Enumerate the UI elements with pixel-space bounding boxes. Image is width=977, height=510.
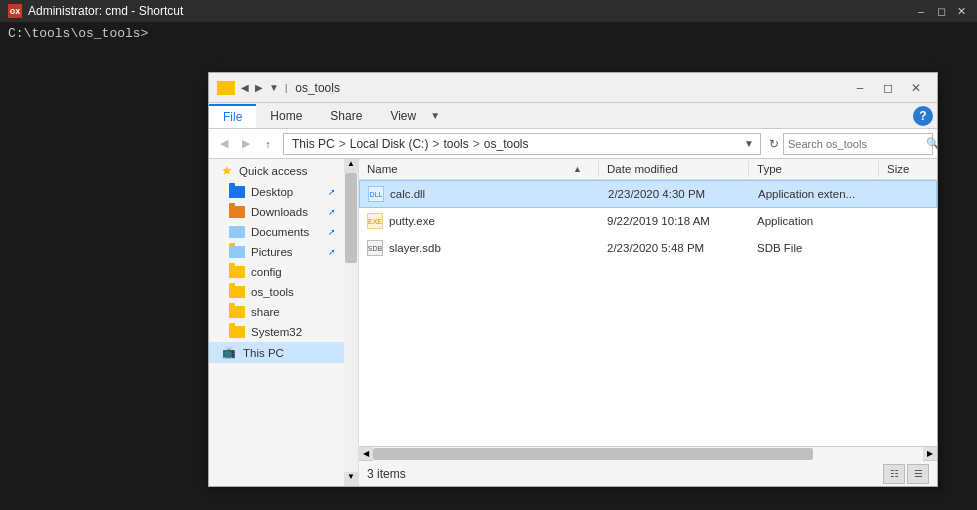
pictures-folder-icon [229, 246, 245, 258]
file-date-slayersdb: 2/23/2020 5:48 PM [599, 240, 749, 256]
sidebar-item-label: share [251, 306, 280, 318]
sidebar-item-pictures[interactable]: Pictures ➚ [209, 242, 344, 262]
nav-up-button[interactable]: ↑ [257, 133, 279, 155]
col-header-type[interactable]: Type [749, 161, 879, 177]
hscroll-right-button[interactable]: ▶ [923, 447, 937, 461]
exe-file-icon: EXE [367, 213, 383, 229]
col-header-name[interactable]: Name ▲ [359, 161, 599, 177]
col-header-date[interactable]: Date modified [599, 161, 749, 177]
cmd-title: Administrator: cmd - Shortcut [28, 4, 913, 18]
ribbon-help-button[interactable]: ? [913, 106, 933, 126]
file-name-puttyexe: putty.exe [389, 215, 435, 227]
title-forward-icon: ▶ [255, 81, 263, 95]
sidebar: ★ Quick access Desktop ➚ Downloads ➚ Doc… [209, 159, 359, 486]
sidebar-item-ostools[interactable]: os_tools [209, 282, 344, 302]
view-list-button[interactable]: ☰ [907, 464, 929, 484]
explorer-minimize-button[interactable]: – [847, 77, 873, 99]
sidebar-item-label: Quick access [239, 165, 307, 177]
cmd-prompt: C:\tools\os_tools> [8, 26, 148, 41]
sidebar-item-config[interactable]: config [209, 262, 344, 282]
breadcrumb-sep2: > [432, 137, 439, 151]
tab-view[interactable]: View [376, 105, 430, 127]
dll-icon-label: DLL [370, 191, 383, 198]
address-refresh-icon[interactable]: ↻ [769, 137, 779, 151]
sidebar-item-label: os_tools [251, 286, 294, 298]
sidebar-item-label: Downloads [251, 206, 308, 218]
nav-back-button[interactable]: ◀ [213, 133, 235, 155]
file-row-puttyexe[interactable]: EXE putty.exe 9/22/2019 10:18 AM Applica… [359, 208, 937, 235]
sidebar-scroll-up[interactable]: ▲ [344, 159, 358, 173]
sidebar-scroll-down[interactable]: ▼ [344, 472, 358, 486]
cmd-restore-button[interactable]: ◻ [933, 3, 949, 19]
sidebar-item-desktop[interactable]: Desktop ➚ [209, 182, 344, 202]
sidebar-item-documents[interactable]: Documents ➚ [209, 222, 344, 242]
file-header: Name ▲ Date modified Type Size [359, 159, 937, 180]
sidebar-scrollbar[interactable] [344, 173, 358, 472]
file-size-puttyexe [879, 219, 937, 223]
sidebar-item-label: System32 [251, 326, 302, 338]
system32-folder-icon [229, 326, 245, 338]
file-type-puttyexe: Application [749, 213, 879, 229]
statusbar: 3 items ☷ ☰ [359, 460, 937, 486]
address-box[interactable]: This PC > Local Disk (C:) > tools > os_t… [283, 133, 761, 155]
search-icon: 🔍 [926, 137, 940, 150]
breadcrumb-sep3: > [473, 137, 480, 151]
search-box[interactable]: 🔍 [783, 133, 933, 155]
cmd-minimize-button[interactable]: – [913, 3, 929, 19]
desktop-folder-icon [229, 186, 245, 198]
cmd-close-button[interactable]: ✕ [953, 3, 969, 19]
sidebar-item-system32[interactable]: System32 [209, 322, 344, 342]
downloads-folder-icon [229, 206, 245, 218]
hscroll-thumb [373, 448, 813, 460]
view-details-button[interactable]: ☷ [883, 464, 905, 484]
explorer-controls: – ◻ ✕ [847, 77, 929, 99]
file-date-calcdll: 2/23/2020 4:30 PM [600, 186, 750, 202]
explorer-close-button[interactable]: ✕ [903, 77, 929, 99]
file-name-cell-slayersdb: SDB slayer.sdb [359, 238, 599, 258]
file-name-calcdll: calc.dll [390, 188, 425, 200]
file-name-slayersdb: slayer.sdb [389, 242, 441, 254]
breadcrumb-tools[interactable]: tools [441, 137, 470, 151]
sidebar-item-share[interactable]: share [209, 302, 344, 322]
file-date-puttyexe: 9/22/2019 10:18 AM [599, 213, 749, 229]
main-area: ★ Quick access Desktop ➚ Downloads ➚ Doc… [209, 159, 937, 486]
ostools-folder-icon [229, 286, 245, 298]
tab-home[interactable]: Home [256, 105, 316, 127]
title-separator: | [285, 81, 287, 95]
horizontal-scrollbar[interactable]: ◀ ▶ [359, 446, 937, 460]
ribbon-expand-icon[interactable]: ▼ [430, 110, 440, 121]
dll-file-icon: DLL [368, 186, 384, 202]
star-icon: ★ [221, 163, 233, 178]
sidebar-item-quickaccess[interactable]: ★ Quick access [209, 159, 344, 182]
breadcrumb-sep1: > [339, 137, 346, 151]
sidebar-item-thispc[interactable]: 📺 This PC [209, 342, 344, 363]
sdb-icon-label: SDB [368, 245, 382, 252]
file-type-slayersdb: SDB File [749, 240, 879, 256]
sidebar-item-downloads[interactable]: Downloads ➚ [209, 202, 344, 222]
file-area: Name ▲ Date modified Type Size [359, 159, 937, 486]
cmd-titlebar: ox Administrator: cmd - Shortcut – ◻ ✕ [0, 0, 977, 22]
explorer-window: ◀ ▶ ▼ | os_tools – ◻ ✕ File Home Share V… [208, 72, 938, 487]
documents-folder-icon [229, 226, 245, 238]
tab-file[interactable]: File [209, 104, 256, 128]
ribbon-tabs: File Home Share View ▼ ? [209, 103, 937, 129]
breadcrumb-ostools[interactable]: os_tools [482, 137, 531, 151]
breadcrumb-localdisk[interactable]: Local Disk (C:) [348, 137, 431, 151]
hscroll-left-button[interactable]: ◀ [359, 447, 373, 461]
file-row-slayersdb[interactable]: SDB slayer.sdb 2/23/2020 5:48 PM SDB Fil… [359, 235, 937, 262]
view-icons: ☷ ☰ [883, 464, 929, 484]
tab-share[interactable]: Share [316, 105, 376, 127]
file-type-calcdll: Application exten... [750, 186, 880, 202]
search-input[interactable] [788, 138, 926, 150]
breadcrumb-thispc[interactable]: This PC [290, 137, 337, 151]
file-list: DLL calc.dll 2/23/2020 4:30 PM Applicati… [359, 180, 937, 446]
cmd-icon: ox [8, 4, 22, 18]
explorer-restore-button[interactable]: ◻ [875, 77, 901, 99]
nav-forward-button[interactable]: ▶ [235, 133, 257, 155]
address-dropdown-icon[interactable]: ▼ [744, 138, 754, 149]
cmd-controls: – ◻ ✕ [913, 3, 969, 19]
title-folder-icon [217, 81, 235, 95]
col-header-size[interactable]: Size [879, 161, 937, 177]
config-folder-icon [229, 266, 245, 278]
file-row-calcdll[interactable]: DLL calc.dll 2/23/2020 4:30 PM Applicati… [359, 180, 937, 208]
